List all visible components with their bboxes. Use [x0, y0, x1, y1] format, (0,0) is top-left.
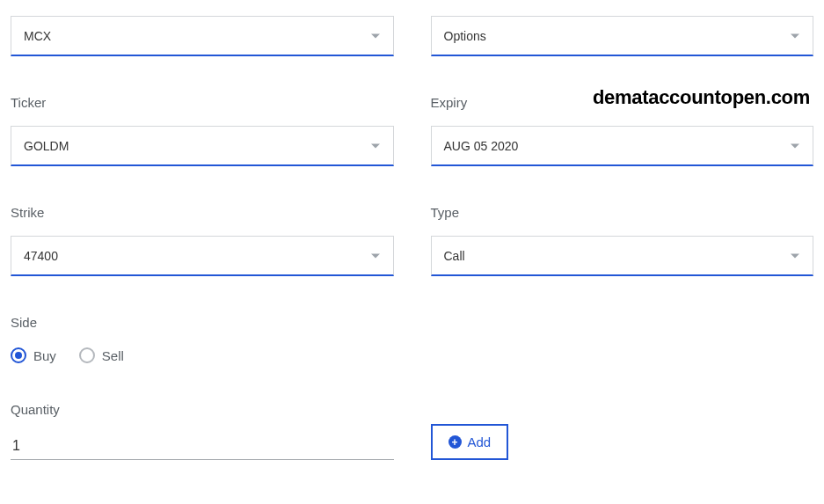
plus-circle-icon: +: [448, 435, 462, 449]
watermark-text: demataccountopen.com: [593, 86, 810, 109]
exchange-select[interactable]: MCX: [11, 16, 394, 56]
type-select[interactable]: Call: [431, 236, 814, 276]
strike-value: 47400: [24, 249, 58, 263]
side-buy-label: Buy: [33, 348, 56, 363]
quantity-label: Quantity: [11, 402, 394, 417]
expiry-select[interactable]: AUG 05 2020: [431, 126, 814, 166]
side-radio-sell[interactable]: Sell: [79, 347, 124, 363]
ticker-value: GOLDM: [24, 139, 69, 153]
exchange-value: MCX: [24, 29, 51, 43]
strike-label: Strike: [11, 205, 394, 220]
add-button-label: Add: [468, 435, 492, 449]
add-button[interactable]: + Add: [431, 424, 509, 460]
instrument-value: Options: [444, 29, 486, 43]
quantity-input[interactable]: [11, 433, 394, 460]
type-label: Type: [431, 205, 814, 220]
strike-select[interactable]: 47400: [11, 236, 394, 276]
expiry-value: AUG 05 2020: [444, 139, 519, 153]
instrument-select[interactable]: Options: [431, 16, 814, 56]
ticker-label: Ticker: [11, 95, 394, 110]
side-label: Side: [11, 315, 394, 330]
type-value: Call: [444, 249, 465, 263]
side-radio-buy[interactable]: Buy: [11, 347, 56, 363]
side-sell-label: Sell: [102, 348, 124, 363]
ticker-select[interactable]: GOLDM: [11, 126, 394, 166]
radio-icon: [11, 347, 26, 363]
radio-icon: [79, 347, 95, 363]
